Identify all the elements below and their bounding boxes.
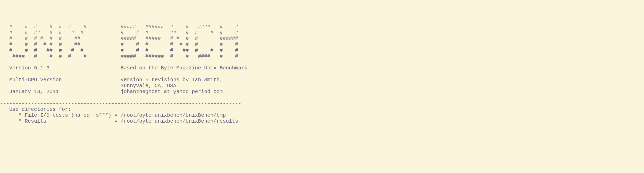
results-path: /root/byte-unixbench/UnixBench/results (121, 118, 238, 124)
ascii-art-line-0: # # # # # # # ##### ###### # # #### # # (0, 24, 238, 30)
date-text: January 13, 2011 (9, 89, 59, 95)
multicpu-row: Multi-CPU version Version 5 revisions by… (0, 77, 223, 83)
terminal-output: # # # # # # # ##### ###### # # #### # # … (0, 24, 644, 130)
version-label: Version 5.1.3 (9, 65, 49, 71)
multi-cpu-label: Multi-CPU version (9, 77, 62, 83)
results-label: * Results (19, 118, 46, 124)
version-row: Version 5.1.3 Based on the Byte Magazine… (0, 65, 247, 71)
ascii-art-line-4: # # # ## # # # # # # # ## # # # # (0, 47, 238, 53)
ascii-art-line-2: # # # # # # ## ##### ##### # # # # #####… (0, 35, 238, 41)
location-text: Sunnyvale, CA, USA (121, 83, 176, 89)
divider-bottom: ----------------------------------------… (0, 124, 241, 130)
ascii-art-line-1: # # ## # # # # # # # ## # # # # # (0, 30, 238, 35)
fileio-label: * File I/O tests (named fs***) (19, 112, 111, 118)
ascii-art-line-3: # # # # # # ## # # # # # # # # # (0, 41, 238, 47)
revisions-text: Version 5 revisions by Ian Smith, (121, 77, 223, 83)
fileio-path: /root/byte-unixbench/UnixBench/tmp (121, 112, 226, 118)
date-row: January 13, 2011 johantheghost at yahoo … (0, 89, 223, 95)
results-row: * Results = /root/byte-unixbench/UnixBen… (0, 118, 238, 124)
ascii-art-line-5: #### # # # # # ##### ###### # # #### # # (0, 53, 238, 59)
location-row: Sunnyvale, CA, USA (0, 83, 176, 89)
based-on-text: Based on the Byte Magazine Unix Benchmar… (121, 65, 247, 71)
email-text: johantheghost at yahoo period com (121, 89, 223, 95)
fileio-row: * File I/O tests (named fs***) = /root/b… (0, 112, 226, 118)
directories-header: Use directories for: (0, 106, 71, 112)
divider-top: ----------------------------------------… (0, 101, 241, 106)
